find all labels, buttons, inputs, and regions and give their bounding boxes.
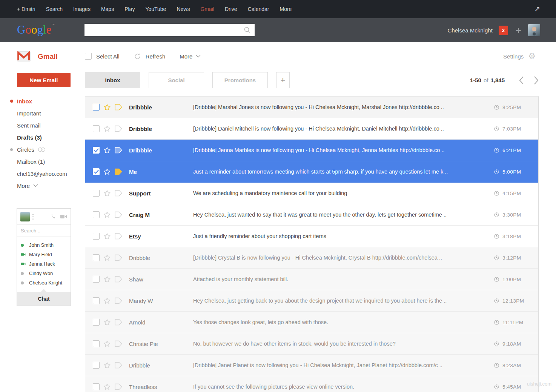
topbar-nav-item[interactable]: Drive xyxy=(225,6,237,12)
star-icon[interactable] xyxy=(103,232,111,240)
chat-contact[interactable]: Mary Field xyxy=(17,250,71,259)
more-actions-button[interactable]: More xyxy=(180,53,201,60)
label-tag-icon[interactable] xyxy=(114,146,123,154)
next-page-button[interactable] xyxy=(534,76,539,85)
sidebar-item-important[interactable]: Important xyxy=(0,107,85,119)
video-call-icon[interactable] xyxy=(60,214,67,219)
topbar-nav-item[interactable]: Calendar xyxy=(248,6,269,12)
star-icon[interactable] xyxy=(103,125,111,133)
search-input[interactable] xyxy=(84,24,255,36)
email-checkbox[interactable] xyxy=(93,319,100,326)
email-checkbox[interactable] xyxy=(93,190,100,197)
topbar-nav-item[interactable]: + Dmitri xyxy=(17,6,35,12)
email-row[interactable]: Dribbble [Dribbble] Marshal Jones is now… xyxy=(85,97,538,118)
email-checkbox[interactable] xyxy=(93,362,100,369)
email-checkbox[interactable] xyxy=(93,340,100,347)
star-icon[interactable] xyxy=(103,189,111,197)
sidebar-item-sent-mail[interactable]: Sent mail xyxy=(0,119,85,131)
topbar-nav-item[interactable]: Gmail xyxy=(200,6,214,12)
email-checkbox[interactable] xyxy=(93,233,100,240)
chat-contact[interactable]: John Smith xyxy=(17,240,71,250)
email-checkbox[interactable] xyxy=(93,125,100,132)
sidebar-item-circles[interactable]: Circles xyxy=(0,143,85,155)
label-tag-icon[interactable] xyxy=(114,361,123,369)
email-checkbox[interactable] xyxy=(93,254,100,261)
topbar-nav-item[interactable]: Play xyxy=(124,6,135,12)
user-avatar[interactable] xyxy=(528,24,540,36)
topbar-nav-item[interactable]: Search xyxy=(46,6,63,12)
select-all-label[interactable]: Select All xyxy=(96,53,120,60)
star-icon[interactable] xyxy=(103,361,111,369)
kebab-menu-icon[interactable] xyxy=(32,214,34,220)
google-logo[interactable]: Google™ xyxy=(17,23,55,37)
sidebar-item-more[interactable]: More xyxy=(0,180,85,192)
email-checkbox[interactable] xyxy=(93,383,100,390)
chat-search-input[interactable] xyxy=(17,225,71,237)
star-icon[interactable] xyxy=(103,340,111,348)
topbar-nav-item[interactable]: Maps xyxy=(101,6,114,12)
add-tab-button[interactable]: + xyxy=(276,72,290,88)
search-icon[interactable] xyxy=(244,26,251,34)
email-row[interactable]: Me Just a reminder about tomorrows meeti… xyxy=(85,161,538,183)
tab-promotions[interactable]: Promotions xyxy=(212,72,268,88)
star-icon[interactable] xyxy=(103,275,111,283)
email-row[interactable]: Shaw Attached is your monthly statement … xyxy=(85,269,538,290)
email-row[interactable]: Dribbble [Dribbble] Daniel Mitchell is n… xyxy=(85,118,538,140)
star-icon[interactable] xyxy=(103,383,111,391)
email-checkbox[interactable] xyxy=(93,168,100,175)
topbar-nav-item[interactable]: Images xyxy=(73,6,91,12)
star-icon[interactable] xyxy=(103,318,111,326)
email-row[interactable]: Christie Pie No, but however we do have … xyxy=(85,333,538,355)
add-account-icon[interactable]: + xyxy=(516,25,521,35)
star-icon[interactable] xyxy=(103,254,111,262)
topbar-nav-item[interactable]: YouTube xyxy=(145,6,166,12)
phone-icon[interactable] xyxy=(50,214,56,220)
label-tag-icon[interactable] xyxy=(114,275,123,283)
settings-button[interactable]: Settings ⚙ xyxy=(503,52,536,60)
notification-badge[interactable]: 2 xyxy=(499,26,508,35)
select-all-checkbox[interactable] xyxy=(85,53,92,60)
tab-inbox[interactable]: Inbox xyxy=(85,72,140,88)
chat-contact[interactable]: Cindy Won xyxy=(17,269,71,278)
gmail-brand[interactable]: Gmail xyxy=(17,51,58,61)
label-tag-icon[interactable] xyxy=(114,103,123,111)
email-row[interactable]: Dribbble [Dribbble] Jenna Marbles is now… xyxy=(85,140,538,161)
new-email-button[interactable]: New Email xyxy=(17,73,71,87)
sidebar-item-mailbox-1-[interactable]: Mailbox (1) xyxy=(0,155,85,168)
user-name[interactable]: Chelsea Mcknight xyxy=(448,27,493,34)
email-checkbox[interactable] xyxy=(93,297,100,304)
sidebar-item-drafts-3-[interactable]: Drafts (3) xyxy=(0,131,85,143)
topbar-nav-item[interactable]: More xyxy=(280,6,292,12)
share-arrow-icon[interactable]: ↗ xyxy=(534,5,540,13)
label-tag-icon[interactable] xyxy=(114,254,123,261)
refresh-button[interactable]: Refresh xyxy=(134,53,166,60)
label-tag-icon[interactable] xyxy=(114,383,123,390)
label-tag-icon[interactable] xyxy=(114,189,123,197)
topbar-nav-item[interactable]: News xyxy=(177,6,190,12)
email-row[interactable]: Arnold Yes those changes look great, let… xyxy=(85,312,538,333)
chat-button[interactable]: Chat xyxy=(17,292,71,306)
label-tag-icon[interactable] xyxy=(114,125,123,132)
star-icon[interactable] xyxy=(103,168,111,176)
email-row[interactable]: Mandy W Hey Chelsea, just getting back t… xyxy=(85,290,538,312)
email-row[interactable]: Threadless If you cannot see the followi… xyxy=(85,376,538,392)
previous-page-button[interactable] xyxy=(519,76,524,85)
email-row[interactable]: Etsy Just a friendly reminder about your… xyxy=(85,226,538,247)
sidebar-item-inbox[interactable]: Inbox xyxy=(0,95,85,107)
label-tag-icon[interactable] xyxy=(114,232,123,240)
star-icon[interactable] xyxy=(103,297,111,305)
email-row[interactable]: Dribbble [Dribbble] Crystal B is now fol… xyxy=(85,247,538,269)
email-checkbox[interactable] xyxy=(93,104,100,111)
chat-avatar[interactable] xyxy=(20,212,30,221)
star-icon[interactable] xyxy=(103,103,111,111)
chat-contact[interactable]: Jenna Hack xyxy=(17,259,71,269)
email-checkbox[interactable] xyxy=(93,147,100,154)
chat-contact[interactable]: Chelsea Knight xyxy=(17,278,71,287)
tab-social[interactable]: Social xyxy=(149,72,204,88)
label-tag-icon[interactable] xyxy=(114,168,123,175)
email-row[interactable]: Support We are scheduling a mandatory ma… xyxy=(85,183,538,204)
email-checkbox[interactable] xyxy=(93,211,100,218)
email-row[interactable]: Dribbble [Dribbble] Janet Planet is now … xyxy=(85,355,538,376)
sidebar-item-chel13-yahoo-com[interactable]: chel13@yahoo.com xyxy=(0,168,85,180)
star-icon[interactable] xyxy=(103,211,111,219)
